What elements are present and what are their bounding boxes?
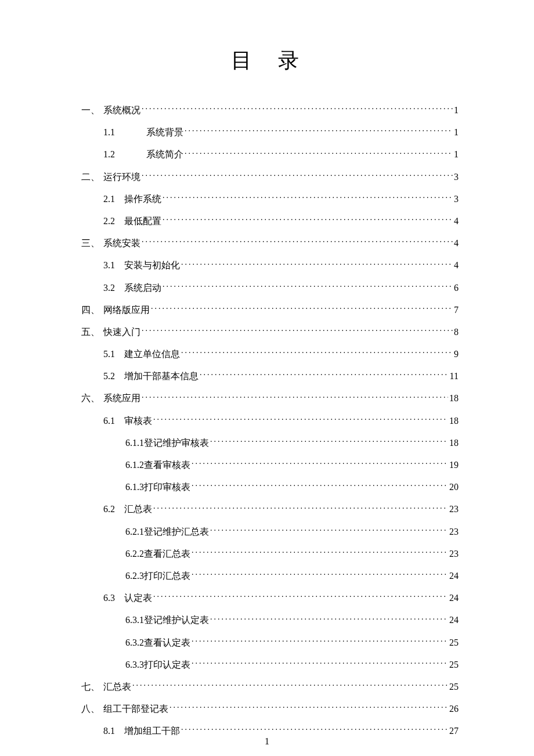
toc-entry-label: 查看汇总表: [144, 548, 190, 559]
toc-entry-number: 6.3.1: [125, 614, 144, 625]
toc-entry-page: 24: [449, 570, 459, 581]
toc-leader-dots: [163, 193, 453, 202]
toc-entry-label: 操作系统: [124, 193, 161, 204]
toc-entry-label: 登记维护认定表: [144, 614, 209, 625]
toc-entry-page: 25: [449, 637, 459, 648]
toc-entry-page: 20: [449, 481, 459, 492]
toc-leader-dots: [192, 548, 448, 557]
toc-entry: 三、系统安装4: [81, 237, 459, 249]
toc-entry-page: 23: [449, 548, 459, 559]
toc-entry-label: 系统应用: [103, 393, 140, 404]
toc-entry-number: 1.2: [103, 149, 146, 160]
toc-entry: 五、快速入门8: [81, 326, 459, 337]
toc-entry: 6.3.2 查看认定表25: [81, 636, 459, 648]
toc-leader-dots: [163, 282, 453, 291]
toc-entry: 一、系统概况1: [81, 104, 459, 116]
toc-leader-dots: [142, 171, 453, 180]
toc-entry-label: 建立单位信息: [124, 348, 180, 359]
toc-entry-page: 27: [449, 725, 459, 736]
toc-entry-page: 4: [454, 215, 459, 226]
toc-entry: 2.2 最低配置4: [81, 215, 459, 226]
toc-entry-label: 打印汇总表: [144, 570, 190, 581]
toc-entry-number: 五、: [81, 326, 103, 337]
toc-entry-label: 认定表: [124, 592, 152, 603]
toc-entry-label: 最低配置: [124, 215, 161, 226]
document-page: 目 录 一、系统概况11.1系统背景11.2系统简介1二、运行环境32.1 操作…: [0, 0, 534, 756]
toc-leader-dots: [210, 614, 448, 623]
toc-entry-number: 六、: [81, 393, 103, 404]
toc-leader-dots: [142, 392, 448, 401]
toc-entry-label: 登记维护审核表: [144, 437, 209, 448]
toc-entry-number: 一、: [81, 105, 103, 116]
toc-entry: 6.2 汇总表23: [81, 503, 459, 514]
toc-leader-dots: [192, 570, 448, 579]
toc-leader-dots: [192, 636, 448, 646]
toc-entry-label: 系统背景: [146, 127, 183, 138]
toc-entry-number: 2.1: [103, 193, 124, 204]
toc-entry-page: 6: [454, 282, 459, 293]
toc-entry-page: 4: [454, 237, 459, 249]
toc-leader-dots: [153, 415, 448, 424]
toc-leader-dots: [181, 725, 448, 734]
toc-entry-number: 6.2.1: [125, 526, 144, 537]
toc-entry-number: 三、: [81, 237, 103, 249]
toc-entry: 5.1 建立单位信息9: [81, 348, 459, 359]
toc-entry-number: 二、: [81, 171, 103, 182]
toc-entry-number: 6.1.3: [125, 481, 144, 492]
toc-entry-page: 23: [449, 526, 459, 537]
toc-entry: 6.1.2 查看审核表19: [81, 459, 459, 470]
toc-leader-dots: [169, 703, 448, 712]
toc-entry: 6.1 审核表18: [81, 415, 459, 426]
toc-entry-number: 6.2: [103, 503, 124, 514]
toc-entry: 6.1.1 登记维护审核表18: [81, 437, 459, 448]
toc-entry-number: 七、: [81, 681, 103, 692]
toc-entry-page: 24: [449, 614, 459, 625]
toc-leader-dots: [192, 481, 448, 490]
toc-leader-dots: [181, 259, 453, 268]
toc-entry-number: 四、: [81, 304, 103, 315]
toc-leader-dots: [153, 503, 448, 512]
toc-entry-page: 1: [454, 105, 459, 116]
toc-entry-label: 打印认定表: [144, 659, 190, 670]
toc-leader-dots: [200, 370, 449, 379]
toc-entry-label: 打印审核表: [144, 481, 190, 492]
toc-leader-dots: [181, 348, 453, 357]
toc-entry-page: 9: [454, 348, 459, 359]
toc-entry: 8.1 增加组工干部27: [81, 725, 459, 736]
toc-entry-page: 23: [449, 503, 459, 514]
toc-entry: 6.2.2 查看汇总表23: [81, 548, 459, 559]
toc-entry: 6.2.1 登记维护汇总表23: [81, 525, 459, 537]
toc-entry-number: 3.2: [103, 282, 124, 293]
toc-entry-number: 6.1: [103, 415, 124, 426]
toc-entry-label: 查看认定表: [144, 637, 190, 648]
toc-entry-number: 6.1.1: [125, 437, 144, 448]
toc-entry-page: 18: [449, 415, 459, 426]
toc-leader-dots: [185, 148, 453, 157]
toc-entry-number: 6.3.3: [125, 659, 144, 670]
toc-entry-number: 6.1.2: [125, 459, 144, 470]
toc-leader-dots: [142, 326, 453, 335]
toc-entry-label: 系统简介: [146, 149, 183, 160]
toc-leader-dots: [210, 437, 448, 446]
toc-leader-dots: [142, 104, 453, 113]
toc-entry-page: 18: [449, 437, 459, 448]
toc-entry-page: 1: [454, 149, 459, 160]
toc-entry: 6.3.1 登记维护认定表24: [81, 614, 459, 625]
toc-entry-page: 3: [454, 193, 459, 204]
toc-entry: 6.2.3 打印汇总表24: [81, 570, 459, 581]
toc-entry-page: 7: [454, 304, 459, 315]
toc-entry-label: 查看审核表: [144, 459, 190, 470]
toc-entry-label: 系统概况: [103, 105, 140, 116]
toc-entry: 3.2 系统启动6: [81, 282, 459, 293]
toc-entry-label: 安装与初始化: [124, 260, 180, 271]
toc-entry: 四、网络版应用7: [81, 304, 459, 315]
toc-entry-label: 组工干部登记表: [103, 703, 168, 714]
table-of-contents: 一、系统概况11.1系统背景11.2系统简介1二、运行环境32.1 操作系统32…: [81, 104, 459, 736]
toc-entry-page: 4: [454, 260, 459, 271]
toc-entry-number: 6.3.2: [125, 637, 144, 648]
toc-entry: 1.2系统简介1: [81, 148, 459, 160]
toc-entry-page: 1: [454, 127, 459, 138]
toc-entry: 八、组工干部登记表26: [81, 703, 459, 714]
toc-entry-number: 8.1: [103, 725, 124, 736]
toc-entry-page: 26: [449, 703, 459, 714]
